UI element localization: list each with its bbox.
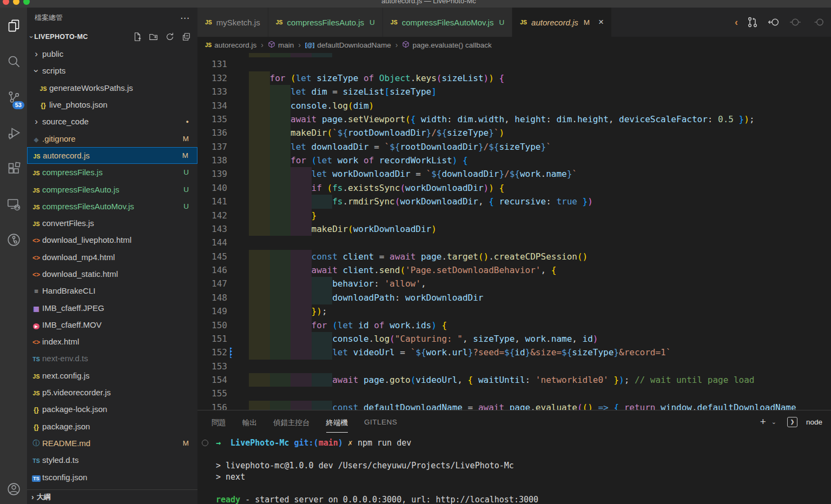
editor-tab[interactable]: JScompressFilesAuto.jsU — [268, 8, 382, 37]
source-control-badge: 53 — [12, 101, 24, 109]
breadcrumb: JSautorecord.js›main›[@]defaultDownloadN… — [197, 37, 831, 53]
remote-explorer-icon[interactable] — [0, 186, 27, 222]
file-row[interactable]: JSnext.config.js — [27, 367, 197, 384]
code-line: 139let workDownloadDir = `${downloadDir}… — [197, 167, 831, 181]
more-actions-icon[interactable]: ⋯ — [180, 12, 190, 24]
file-row[interactable]: TSstyled.d.ts — [27, 452, 197, 468]
breadcrumb-item[interactable]: JSautorecord.js — [205, 41, 256, 49]
breadcrumb-item[interactable]: [@]defaultDownloadName — [305, 41, 391, 49]
indent-guide — [249, 112, 270, 126]
new-folder-icon[interactable] — [149, 32, 159, 42]
terminal-process-label[interactable]: node — [806, 418, 822, 426]
file-row[interactable]: <>download_static.html — [27, 266, 197, 282]
code-line: 144 — [197, 236, 831, 249]
editor-tab[interactable]: JSautorecord.jsM× — [512, 8, 611, 37]
tab-label: compressFilesAuto.js — [287, 18, 365, 27]
indent-guide — [291, 263, 312, 277]
source-control-icon[interactable]: 53 — [0, 79, 27, 115]
line-number: 139 — [197, 167, 227, 181]
panel-tab[interactable]: 偵錯主控台 — [273, 412, 310, 433]
navigate-back-icon[interactable] — [767, 16, 780, 29]
maximize-traffic-light[interactable] — [23, 0, 30, 5]
scroll-left-icon[interactable]: ‹ — [735, 17, 738, 28]
collapse-all-icon[interactable] — [181, 32, 191, 42]
breadcrumb-label: defaultDownloadName — [317, 41, 391, 49]
panel-tab[interactable]: 輸出 — [242, 412, 257, 433]
file-row[interactable]: JSp5.videorecorder.js — [27, 384, 197, 401]
terminal-icon[interactable]: ❯ — [787, 417, 797, 427]
file-row[interactable]: {}package.json — [27, 418, 197, 435]
code-line — [197, 53, 831, 57]
html-file-icon: <> — [32, 254, 40, 262]
panel-tab[interactable]: 問題 — [212, 412, 226, 433]
file-row[interactable]: ▶IMB_cfaeff.MOV — [27, 316, 197, 333]
javascript-file-icon: JS — [205, 42, 212, 48]
file-row[interactable]: {}package-lock.json — [27, 401, 197, 417]
indent-guide — [312, 291, 333, 304]
indent-guide — [270, 85, 291, 98]
code-line: 141fs.rmdirSync(workDownloadDir, { recur… — [197, 195, 831, 208]
indent-guide — [270, 304, 291, 318]
indent-guide — [249, 85, 270, 98]
indent-guide — [270, 126, 291, 140]
new-terminal-icon[interactable]: + — [760, 416, 766, 428]
close-icon[interactable]: × — [598, 17, 604, 28]
panel-tab[interactable]: 終端機 — [326, 412, 348, 433]
extensions-icon[interactable] — [0, 150, 27, 186]
terminal-output[interactable]: → LivePhoto-Mc git:(main) ✗ npm run dev … — [197, 433, 831, 504]
indent-guide — [270, 401, 291, 410]
file-name: package-lock.json — [42, 404, 107, 414]
search-icon[interactable] — [0, 43, 27, 79]
more-editor-actions-icon[interactable] — [810, 16, 823, 29]
command-decoration-icon[interactable] — [202, 440, 208, 446]
file-row[interactable]: ≡HandBrakeCLI — [27, 282, 197, 299]
gitlens-icon[interactable] — [0, 222, 27, 257]
file-row[interactable]: JScompressFiles.jsU — [27, 164, 197, 181]
breadcrumb-item[interactable]: main — [268, 41, 294, 50]
run-debug-icon[interactable] — [0, 115, 27, 150]
close-traffic-light[interactable] — [3, 0, 9, 5]
project-section-header[interactable]: › LIVEPHOTO-MC — [27, 28, 197, 45]
line-number: 154 — [197, 373, 227, 387]
terminal-dropdown-icon[interactable]: ⌄ — [771, 419, 776, 426]
accounts-icon[interactable] — [0, 475, 27, 503]
minimize-traffic-light[interactable] — [13, 0, 19, 5]
explorer-icon[interactable] — [0, 8, 27, 43]
tab-label: autorecord.js — [531, 18, 578, 27]
indent-guide — [291, 181, 312, 195]
panel-tab[interactable]: GITLENS — [364, 412, 397, 433]
editor-tab[interactable]: JSmySketch.js — [197, 8, 268, 37]
file-row[interactable]: ◆.gitignoreM — [27, 130, 197, 147]
line-number: 142 — [197, 209, 227, 222]
file-row[interactable]: <>index.html — [27, 333, 197, 350]
outline-section-header[interactable]: › 大綱 — [27, 489, 197, 504]
pull-request-icon[interactable] — [747, 16, 759, 28]
file-row[interactable]: TSnext-env.d.ts — [27, 350, 197, 367]
file-row[interactable]: {}live_photos.json — [27, 96, 197, 113]
file-row[interactable]: JSconvertFiles.js — [27, 215, 197, 231]
code-line: 137let downloadDir = `${rootDownloadDir}… — [197, 140, 831, 154]
editor-tab[interactable]: JScompressFilesAutoMov.jsU — [383, 8, 512, 37]
refresh-icon[interactable] — [165, 32, 175, 42]
file-row[interactable]: JScompressFilesAuto.jsU — [27, 181, 197, 197]
code-line: 155 — [197, 387, 831, 400]
navigate-forward-icon[interactable] — [789, 16, 802, 29]
file-row[interactable]: JSautorecord.jsM — [27, 147, 197, 164]
file-row[interactable]: <>download_livephoto.html — [27, 231, 197, 248]
file-row[interactable]: TStsconfig.json — [27, 468, 197, 485]
code-editor[interactable]: 131132for (let sizeType of Object.keys(s… — [197, 53, 831, 410]
breadcrumb-label: autorecord.js — [214, 41, 256, 49]
file-row[interactable]: ▦IMB_cfaeff.JPEG — [27, 299, 197, 316]
folder-row[interactable]: ›source_code● — [27, 113, 197, 130]
file-row[interactable]: JSgenerateWorksPaths.js — [27, 79, 197, 96]
indent-guide — [291, 222, 312, 236]
new-file-icon[interactable] — [133, 32, 142, 42]
symbol-module-icon — [268, 41, 275, 50]
indent-guide — [312, 277, 333, 290]
file-row[interactable]: ⓘREADME.mdM — [27, 435, 197, 452]
folder-row[interactable]: ›public — [27, 45, 197, 62]
folder-row[interactable]: ›scripts — [27, 62, 197, 79]
breadcrumb-item[interactable]: page.evaluate() callback — [402, 41, 491, 50]
file-row[interactable]: <>download_mp4.html — [27, 249, 197, 266]
file-row[interactable]: JScompressFilesAutoMov.jsU — [27, 198, 197, 215]
